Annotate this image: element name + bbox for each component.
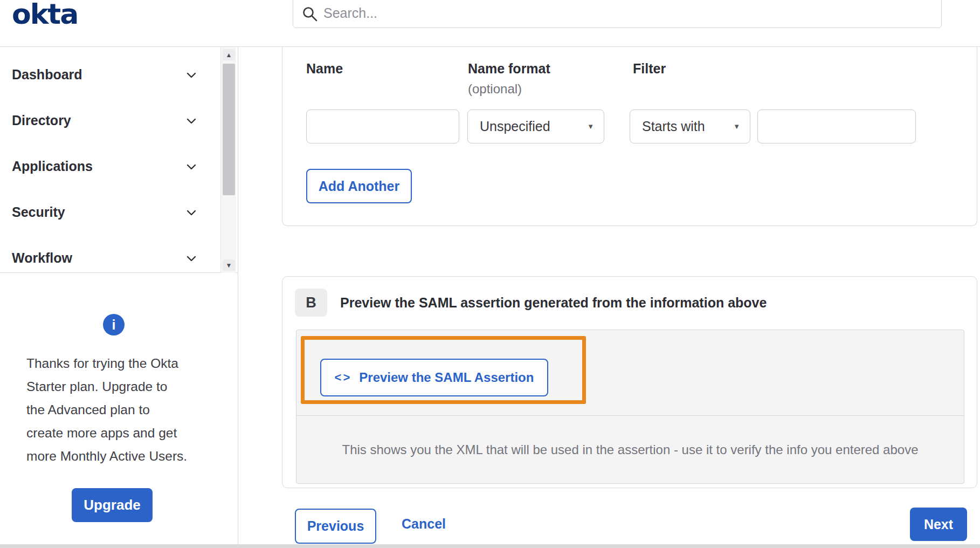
okta-admin-console: okta Search... Dashboard Directory Appli… (0, 0, 980, 548)
select-arrow-icon: ▼ (733, 122, 740, 131)
name-format-select[interactable]: Unspecified ▼ (467, 109, 604, 143)
chevron-down-icon (185, 160, 198, 173)
upsell-line: Thanks for trying the Okta (26, 352, 215, 375)
scrollbar-thumb[interactable] (223, 64, 235, 195)
sidebar-item-directory[interactable]: Directory (0, 98, 238, 143)
chevron-down-icon (185, 68, 198, 81)
select-arrow-icon: ▼ (587, 122, 594, 131)
sidebar-item-label: Applications (12, 159, 93, 174)
viewport-bottom-strip (0, 544, 980, 548)
sidebar-item-label: Workflow (12, 250, 72, 266)
sidebar-item-label: Security (12, 204, 65, 220)
upsell-line: the Advanced plan to (26, 398, 215, 421)
upgrade-button[interactable]: Upgrade (72, 488, 153, 522)
okta-logo: okta (12, 0, 78, 30)
info-icon: i (103, 314, 125, 335)
global-search[interactable] (293, 0, 942, 28)
filter-operator-select[interactable]: Starts with ▼ (630, 109, 750, 143)
filter-operator-value: Starts with (642, 119, 705, 134)
preview-panel: <> Preview the SAML Assertion This shows… (296, 330, 964, 484)
name-format-value: Unspecified (480, 119, 550, 134)
sidebar-divider (238, 47, 238, 544)
name-column-label: Name (306, 61, 343, 77)
search-icon (302, 6, 318, 22)
name-format-column-label: Name format (468, 61, 550, 77)
preview-saml-assertion-button[interactable]: <> Preview the SAML Assertion (320, 359, 548, 396)
sidebar-nav: Dashboard Directory Applications Securit… (0, 47, 238, 273)
preview-button-area: <> Preview the SAML Assertion (296, 330, 964, 416)
preview-description-area: This shows you the XML that will be used… (296, 416, 964, 483)
sidebar-item-applications[interactable]: Applications (0, 143, 238, 189)
sidebar-item-security[interactable]: Security (0, 189, 238, 235)
cancel-link[interactable]: Cancel (402, 516, 446, 532)
chevron-down-icon (185, 206, 198, 219)
sidebar-item-label: Dashboard (12, 67, 82, 83)
chevron-down-icon (185, 252, 198, 265)
preview-assertion-card: B Preview the SAML assertion generated f… (282, 276, 977, 488)
upsell-line: create more apps and get (26, 421, 215, 444)
search-placeholder: Search... (323, 5, 377, 21)
sidebar-item-label: Directory (12, 113, 71, 128)
add-another-button[interactable]: Add Another (306, 169, 412, 203)
attribute-statement-card: Name Name format (optional) Filter Unspe… (282, 47, 977, 226)
attribute-name-input[interactable] (306, 109, 459, 143)
name-format-optional-label: (optional) (468, 81, 522, 97)
sidebar-scrollbar[interactable]: ▲ ▼ (220, 47, 236, 273)
chevron-down-icon (185, 114, 198, 127)
upsell-line: Starter plan. Upgrade to (26, 375, 215, 398)
next-button[interactable]: Next (910, 508, 967, 541)
sidebar-item-dashboard[interactable]: Dashboard (0, 52, 238, 98)
upsell-line: more Monthly Active Users. (26, 444, 215, 468)
sidebar-item-workflow[interactable]: Workflow (0, 235, 238, 281)
filter-column-label: Filter (633, 61, 666, 77)
upsell-message: Thanks for trying the Okta Starter plan.… (26, 352, 215, 468)
previous-button[interactable]: Previous (295, 509, 376, 544)
scroll-up-icon: ▲ (226, 51, 232, 59)
scroll-down-button[interactable]: ▼ (223, 259, 235, 271)
filter-value-input[interactable] (757, 109, 916, 143)
preview-button-label: Preview the SAML Assertion (359, 370, 534, 385)
scroll-up-button[interactable]: ▲ (223, 49, 235, 60)
code-icon: <> (335, 371, 352, 385)
section-b-badge: B (295, 289, 327, 317)
scroll-down-icon: ▼ (226, 262, 232, 269)
preview-description: This shows you the XML that will be used… (342, 442, 918, 457)
preview-section-title: Preview the SAML assertion generated fro… (340, 295, 767, 311)
